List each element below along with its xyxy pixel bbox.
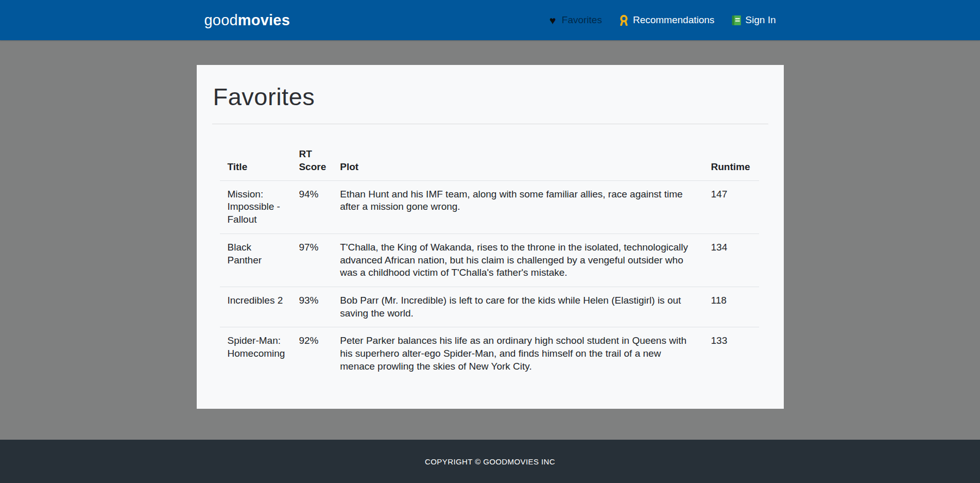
medal-icon	[618, 14, 629, 26]
copyright-text: COPYRIGHT © GOODMOVIES INC	[425, 457, 555, 466]
cell-runtime: 147	[703, 180, 759, 234]
cell-rt-score: 92%	[291, 327, 332, 380]
cell-runtime: 133	[703, 327, 759, 380]
nav-item-favorites[interactable]: ♥ Favorites	[547, 14, 602, 26]
cell-runtime: 134	[703, 234, 759, 287]
cell-plot: T'Challa, the King of Wakanda, rises to …	[332, 234, 703, 287]
cell-plot: Bob Parr (Mr. Incredible) is left to car…	[332, 287, 703, 327]
cell-rt-score: 94%	[291, 180, 332, 234]
cell-rt-score: 97%	[291, 234, 332, 287]
favorites-table: Title RT Score Plot Runtime Mission: Imp…	[220, 142, 759, 380]
footer: COPYRIGHT © GOODMOVIES INC	[0, 440, 980, 483]
table-row: Incredibles 293%Bob Parr (Mr. Incredible…	[220, 287, 759, 327]
main-content: Favorites Title RT Score Plot Runtime Mi…	[0, 40, 980, 440]
cell-title: Incredibles 2	[220, 287, 291, 327]
table-row: Spider-Man: Homecoming92%Peter Parker ba…	[220, 327, 759, 380]
cell-plot: Peter Parker balances his life as an ord…	[332, 327, 703, 380]
favorites-card: Favorites Title RT Score Plot Runtime Mi…	[197, 65, 784, 409]
nav-recommendations-label: Recommendations	[633, 14, 714, 26]
cell-plot: Ethan Hunt and his IMF team, along with …	[332, 180, 703, 234]
header-rt-score: RT Score	[291, 142, 332, 180]
header-title: Title	[220, 142, 291, 180]
cell-title: Black Panther	[220, 234, 291, 287]
cell-title: Mission: Impossible - Fallout	[220, 180, 291, 234]
movies-tbody: Mission: Impossible - Fallout94%Ethan Hu…	[220, 180, 759, 380]
nav-item-recommendations[interactable]: Recommendations	[618, 14, 714, 26]
table-row: Mission: Impossible - Fallout94%Ethan Hu…	[220, 180, 759, 234]
table-row: Black Panther97%T'Challa, the King of Wa…	[220, 234, 759, 287]
nav-item-signin[interactable]: Sign In	[731, 14, 776, 26]
nav-signin-label: Sign In	[745, 14, 776, 26]
brand-good: good	[204, 12, 238, 28]
cell-runtime: 118	[703, 287, 759, 327]
header-row: Title RT Score Plot Runtime	[220, 142, 759, 180]
nav-links: ♥ Favorites Recommendations	[531, 14, 776, 26]
cell-rt-score: 93%	[291, 287, 332, 327]
table-wrapper: Title RT Score Plot Runtime Mission: Imp…	[212, 142, 768, 380]
app-root: goodmovies ♥ Favorites	[0, 0, 980, 483]
table-head: Title RT Score Plot Runtime	[220, 142, 759, 180]
header-runtime: Runtime	[703, 142, 759, 180]
header-plot: Plot	[332, 142, 703, 180]
navbar: goodmovies ♥ Favorites	[0, 0, 980, 40]
title-divider	[212, 124, 768, 124]
cell-title: Spider-Man: Homecoming	[220, 327, 291, 380]
page-title: Favorites	[213, 82, 768, 111]
nav-favorites-label: Favorites	[562, 14, 602, 26]
book-icon	[731, 14, 742, 26]
brand-movies: movies	[238, 12, 290, 28]
navbar-container: goodmovies ♥ Favorites	[197, 12, 784, 29]
heart-icon: ♥	[547, 14, 558, 26]
brand-logo[interactable]: goodmovies	[204, 12, 290, 29]
